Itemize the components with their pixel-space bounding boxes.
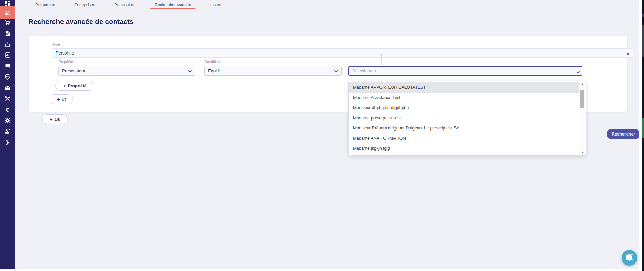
external-window-green-segment [642, 118, 644, 138]
tab-recherche-avancee[interactable]: Recherche avancée [150, 0, 196, 9]
external-window-sliver [642, 0, 644, 271]
chat-widget-button[interactable] [622, 250, 637, 266]
plus-icon: + [50, 117, 53, 122]
dashboard-icon [5, 0, 10, 6]
chevron-right-icon: ❯ [6, 140, 9, 145]
bar-chart-icon [5, 52, 10, 58]
plus-icon: + [63, 83, 66, 89]
scroll-down-icon[interactable]: ▼ [579, 150, 585, 155]
add-and-button[interactable]: +Et [50, 94, 73, 104]
scrollbar-thumb[interactable] [580, 90, 584, 108]
type-select[interactable]: Personne [52, 48, 633, 58]
cart-icon [5, 20, 10, 26]
dropdown-option[interactable]: Monsieur Prénom dirigeant Dirigeant Le p… [349, 123, 579, 133]
main-content: Personnes Entreprises Partenaires Recher… [15, 0, 639, 269]
euro-icon: € [6, 107, 9, 113]
sidebar-item-store[interactable] [0, 39, 15, 50]
plus-icon: + [57, 97, 60, 102]
dropdown-option[interactable]: Madame APPORTEUR CALOTATEST [349, 82, 579, 93]
condition-label: Condition [205, 60, 220, 64]
tab-bar: Personnes Entreprises Partenaires Recher… [15, 0, 639, 9]
tab-personnes[interactable]: Personnes [31, 0, 60, 9]
contacts-icon [4, 10, 11, 15]
sidebar-item-billing[interactable]: € [0, 104, 15, 115]
sidebar: € ❯ [0, 0, 15, 269]
sidebar-item-documents[interactable] [0, 28, 15, 39]
page-title: Recherche avancée de contacts [29, 18, 134, 26]
gear-icon [5, 118, 10, 123]
chevron-down-icon [626, 51, 630, 56]
search-button[interactable]: Rechercher [607, 129, 640, 139]
sidebar-item-contacts[interactable] [0, 6, 15, 19]
property-select[interactable]: Prescripteur [58, 66, 195, 76]
dropdown-scrollbar[interactable]: ▲ ▼ [579, 82, 585, 155]
store-icon [5, 42, 10, 47]
scroll-up-icon[interactable]: ▲ [579, 82, 585, 87]
tools-icon [5, 96, 10, 102]
chat-icon [5, 63, 10, 69]
sidebar-item-lab[interactable] [0, 126, 15, 137]
mail-icon [5, 86, 10, 90]
tab-listes[interactable]: Listes [206, 0, 226, 9]
type-select-value: Personne [56, 51, 74, 56]
property-select-value: Prescripteur [62, 68, 85, 73]
type-label: Type [52, 42, 60, 46]
value-search-input[interactable] [348, 66, 582, 76]
sidebar-item-cart[interactable] [0, 17, 15, 28]
sidebar-expand-toggle[interactable]: ❯ [0, 137, 15, 148]
tab-partenaires[interactable]: Partenaires [110, 0, 140, 9]
value-options-dropdown: Madame APPORTEUR CALOTATEST Madame Assis… [348, 81, 586, 155]
dropdown-option[interactable]: Madame ANA FORMATION [349, 133, 579, 144]
sidebar-item-tools[interactable] [0, 93, 15, 104]
condition-select[interactable]: Égal à [204, 66, 342, 76]
window-gap [639, 0, 642, 271]
chat-bubbles-icon [625, 254, 634, 262]
sidebar-item-mail[interactable] [0, 82, 15, 93]
sidebar-item-messages[interactable] [0, 61, 15, 71]
sidebar-item-reports[interactable] [0, 50, 15, 60]
chevron-down-icon [577, 69, 580, 75]
dropdown-option[interactable]: Madame Assistance Test [349, 93, 579, 103]
condition-select-value: Égal à [208, 68, 220, 73]
add-property-button[interactable]: +Propriété [55, 81, 94, 91]
dropdown-option[interactable]: Madame prescrpteur test [349, 113, 579, 123]
sidebar-item-settings[interactable] [0, 115, 15, 126]
add-or-button[interactable]: +Ou [42, 114, 68, 124]
chevron-down-icon [188, 69, 192, 74]
document-icon [5, 31, 10, 36]
dropdown-option[interactable]: Monsieur dfgdfgdfg dfgdfgdfg [349, 103, 579, 113]
property-label: Propriété [59, 60, 73, 64]
lab-flask-icon [5, 128, 10, 134]
tab-entreprises[interactable]: Entreprises [70, 0, 100, 9]
dropdown-option[interactable]: Madame jkgkjh fgjg [349, 143, 579, 154]
chevron-down-icon [334, 69, 338, 74]
shield-check-icon [5, 74, 10, 80]
dropdown-option[interactable]: Madame ANA PRESCRIPTEUR [349, 154, 579, 156]
sidebar-item-guarantee[interactable] [0, 71, 15, 82]
